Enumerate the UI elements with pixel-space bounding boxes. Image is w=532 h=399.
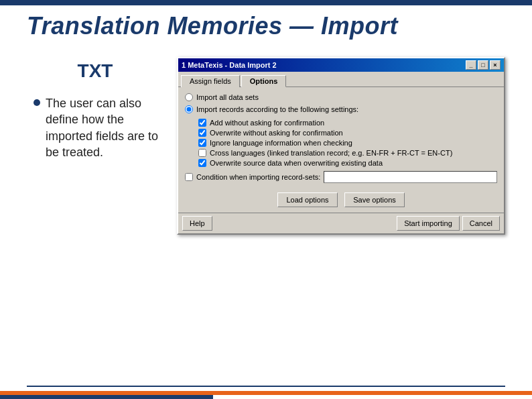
dialog-footer: Help Start importing Cancel	[178, 213, 504, 233]
list-item: The user can also define how the importe…	[34, 95, 163, 160]
checkbox-label-0: Add without asking for confirmation	[210, 119, 324, 127]
title-area: Translation Memories — Import	[27, 12, 505, 40]
radio-item-import-all: Import all data sets	[185, 93, 497, 102]
checkbox-label-1: Overwrite without asking for confirmatio…	[210, 129, 343, 137]
checkbox-group: Add without asking for confirmation Over…	[185, 119, 497, 167]
cancel-button[interactable]: Cancel	[462, 216, 500, 231]
checkbox-item-0: Add without asking for confirmation	[198, 119, 497, 127]
checkbox-item-3: Cross languages (linked translation reco…	[198, 149, 497, 157]
footer-left-buttons: Help	[182, 216, 212, 231]
start-importing-button[interactable]: Start importing	[397, 216, 460, 231]
left-panel: TXT The user can also define how the imp…	[27, 54, 163, 372]
dialog-window: 1 MetaTexis - Data Import 2 _ □ × Assign…	[177, 57, 505, 235]
help-button[interactable]: Help	[182, 216, 212, 231]
radio-import-all-label: Import all data sets	[196, 93, 259, 102]
tab-assign-fields[interactable]: Assign fields	[181, 75, 240, 87]
checkbox-label-2: Ignore language information when checkin…	[210, 139, 352, 147]
checkbox-item-1: Overwrite without asking for confirmatio…	[198, 129, 497, 137]
tab-options[interactable]: Options	[241, 75, 287, 87]
checkbox-condition[interactable]	[185, 173, 193, 181]
condition-row: Condition when importing record-sets:	[185, 171, 497, 183]
dialog-bottom-buttons: Load options Save options	[178, 188, 504, 213]
dialog-title: 1 MetaTexis - Data Import 2	[182, 61, 277, 69]
checkbox-overwrite-without-asking[interactable]	[198, 129, 206, 137]
right-panel: 1 MetaTexis - Data Import 2 _ □ × Assign…	[177, 54, 505, 372]
checkbox-item-2: Ignore language information when checkin…	[198, 139, 497, 147]
dialog-titlebar: 1 MetaTexis - Data Import 2 _ □ ×	[178, 58, 504, 72]
bullet-dot	[34, 99, 40, 106]
checkbox-cross-languages[interactable]	[198, 149, 206, 157]
condition-input[interactable]	[324, 171, 497, 183]
content-area: TXT The user can also define how the imp…	[27, 54, 505, 372]
radio-import-conditions-label: Import records according to the followin…	[196, 105, 358, 114]
checkbox-ignore-language[interactable]	[198, 139, 206, 147]
bullet-text: The user can also define how the importe…	[46, 95, 163, 160]
titlebar-controls: _ □ ×	[466, 60, 501, 70]
condition-label: Condition when importing record-sets:	[196, 173, 320, 181]
radio-import-all[interactable]	[185, 93, 193, 101]
radio-import-conditions[interactable]	[185, 105, 193, 113]
slide: Translation Memories — Import TXT The us…	[0, 0, 532, 399]
section-label: TXT	[27, 60, 163, 82]
dialog-tabs: Assign fields Options	[178, 72, 504, 87]
bottom-bar-blue	[0, 395, 213, 399]
checkbox-label-3: Cross languages (linked translation reco…	[210, 149, 452, 157]
radio-item-import-conditions: Import records according to the followin…	[185, 105, 497, 114]
checkbox-item-4: Overwrite source data when overwriting e…	[198, 159, 497, 167]
radio-group: Import all data sets Import records acco…	[185, 93, 497, 115]
divider-line	[27, 386, 505, 387]
checkbox-label-4: Overwrite source data when overwriting e…	[210, 159, 383, 167]
minimize-button[interactable]: _	[466, 60, 476, 70]
footer-right-buttons: Start importing Cancel	[397, 216, 500, 231]
bullet-list: The user can also define how the importe…	[27, 95, 163, 164]
top-accent-bar	[0, 0, 532, 5]
slide-title: Translation Memories — Import	[27, 12, 505, 40]
close-button[interactable]: ×	[490, 60, 501, 70]
bottom-bars	[0, 391, 532, 399]
checkbox-overwrite-source[interactable]	[198, 159, 206, 167]
save-options-button[interactable]: Save options	[344, 192, 405, 207]
maximize-button[interactable]: □	[478, 60, 488, 70]
load-options-button[interactable]: Load options	[277, 192, 338, 207]
checkbox-add-without-asking[interactable]	[198, 119, 206, 127]
dialog-body: Import all data sets Import records acco…	[178, 87, 504, 188]
